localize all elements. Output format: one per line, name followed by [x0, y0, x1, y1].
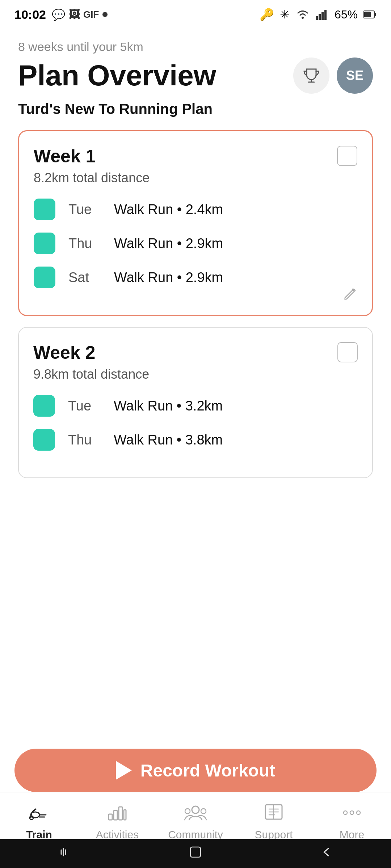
status-icons: 💬 🖼 GIF [52, 8, 108, 21]
svg-rect-4 [324, 10, 327, 20]
plan-name: Turd's New To Running Plan [18, 101, 373, 117]
image-icon: 🖼 [69, 8, 80, 21]
record-btn-container: Record Workout [0, 749, 391, 792]
page-title-row: Plan Overview SE [18, 58, 373, 94]
week-2-checkbox[interactable] [337, 342, 358, 362]
svg-point-25 [350, 811, 354, 814]
svg-rect-1 [316, 16, 318, 20]
community-icon [184, 801, 207, 824]
home-button[interactable] [188, 845, 203, 863]
nav-item-activities[interactable]: Activities [78, 801, 156, 841]
key-icon: 🔑 [260, 8, 274, 21]
week-1-workout-thu[interactable]: Thu Walk Run • 2.9km [34, 233, 357, 254]
weeks-subtitle: 8 weeks until your 5km [18, 40, 373, 54]
workout-detail-sat: Walk Run • 2.9km [114, 270, 223, 285]
week-1-title: Week 1 [34, 146, 96, 167]
week-2-workout-thu[interactable]: Thu Walk Run • 3.8km [33, 429, 358, 451]
user-avatar[interactable]: SE [337, 58, 373, 94]
recent-apps-button[interactable] [58, 846, 71, 862]
svg-rect-3 [321, 12, 324, 20]
system-nav [0, 839, 391, 868]
svg-point-24 [344, 811, 347, 814]
svg-rect-15 [124, 810, 126, 820]
train-icon [28, 801, 51, 824]
battery-icon [363, 10, 377, 19]
status-time: 10:02 [14, 8, 46, 22]
whatsapp-icon: 💬 [52, 8, 65, 21]
svg-point-18 [201, 809, 206, 814]
battery-percent: 65% [335, 8, 358, 21]
signal-icon [316, 9, 329, 20]
svg-rect-14 [119, 807, 122, 820]
workout-2-day-thu: Thu [68, 432, 101, 448]
week-2-card: Week 2 9.8km total distance Tue Walk Run… [18, 327, 373, 478]
play-icon [116, 761, 132, 780]
workout-2-day-tue: Tue [68, 398, 101, 414]
notification-dot [102, 12, 108, 17]
workout-indicator-thu [34, 233, 55, 254]
workout-2-detail-thu: Walk Run • 3.8km [114, 432, 223, 448]
svg-point-16 [192, 806, 199, 813]
svg-point-10 [31, 812, 39, 818]
week-2-workout-tue[interactable]: Tue Walk Run • 3.2km [33, 395, 358, 417]
svg-rect-12 [109, 814, 112, 820]
trophy-icon [302, 66, 321, 85]
week-1-card: Week 1 8.2km total distance Tue Walk Run… [18, 130, 373, 316]
svg-point-11 [30, 816, 33, 820]
workout-2-indicator-tue [33, 395, 55, 417]
week-1-workout-tue[interactable]: Tue Walk Run • 2.4km [34, 199, 357, 220]
workout-day-sat: Sat [68, 270, 101, 285]
week-1-checkbox[interactable] [337, 146, 357, 166]
back-button[interactable] [320, 846, 333, 862]
week-1-workout-sat[interactable]: Sat Walk Run • 2.9km [34, 267, 357, 288]
nav-item-support[interactable]: Support [235, 801, 313, 841]
gif-icon: GIF [83, 9, 99, 20]
svg-rect-2 [319, 14, 321, 20]
workout-2-detail-tue: Walk Run • 3.2km [114, 398, 223, 414]
week-2-title: Week 2 [33, 342, 95, 363]
workout-day-thu: Thu [68, 236, 101, 251]
trophy-button[interactable] [293, 58, 329, 94]
status-bar: 10:02 💬 🖼 GIF 🔑 ✳ 65 [0, 0, 391, 29]
workout-day-tue: Tue [68, 202, 101, 217]
svg-point-0 [302, 17, 304, 19]
workout-2-indicator-thu [33, 429, 55, 451]
avatar-initials: SE [346, 68, 363, 83]
nav-item-train[interactable]: Train [0, 801, 78, 841]
week-1-header: Week 1 [34, 146, 357, 167]
main-content: 8 weeks until your 5km Plan Overview SE … [0, 29, 391, 478]
svg-rect-6 [374, 13, 376, 16]
header-actions: SE [293, 58, 373, 94]
bluetooth-icon: ✳ [280, 8, 290, 21]
more-icon [340, 801, 363, 824]
nav-item-community[interactable]: Community [156, 801, 235, 841]
record-workout-label: Record Workout [140, 761, 275, 780]
activities-icon [106, 801, 129, 824]
workout-indicator-sat [34, 267, 55, 288]
edit-icon[interactable] [342, 285, 357, 302]
svg-rect-30 [190, 847, 201, 857]
support-icon [262, 801, 285, 824]
week-2-header: Week 2 [33, 342, 358, 363]
svg-rect-7 [364, 12, 371, 17]
workout-indicator-tue [34, 199, 55, 220]
status-left: 10:02 💬 🖼 GIF [14, 8, 108, 22]
wifi-icon [295, 9, 310, 20]
page-title-text: Plan Overview [18, 60, 216, 92]
workout-detail-tue: Walk Run • 2.4km [114, 202, 223, 217]
status-right: 🔑 ✳ 65% [260, 8, 377, 21]
svg-point-26 [357, 811, 360, 814]
workout-detail-thu: Walk Run • 2.9km [114, 236, 223, 251]
svg-rect-13 [114, 810, 117, 820]
record-workout-button[interactable]: Record Workout [14, 749, 377, 792]
nav-item-more[interactable]: More [313, 801, 391, 841]
week-1-distance: 8.2km total distance [34, 170, 357, 186]
svg-point-17 [185, 809, 190, 814]
week-2-distance: 9.8km total distance [33, 367, 358, 382]
